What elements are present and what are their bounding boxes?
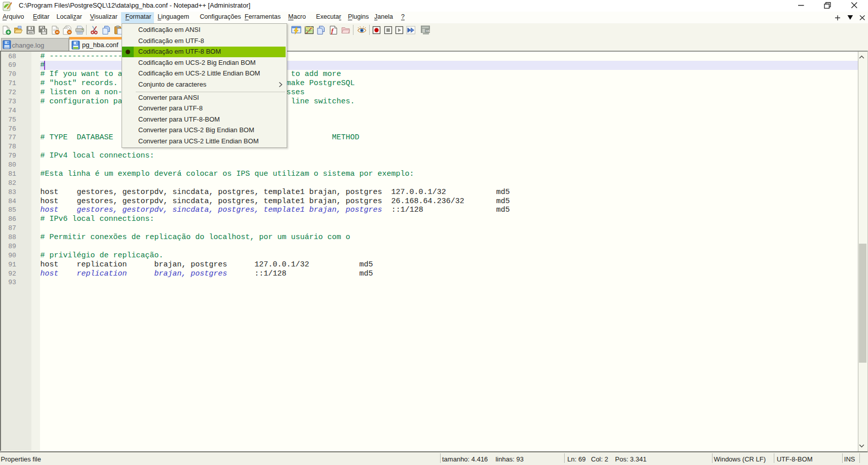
svg-text:UC: UC bbox=[426, 29, 430, 32]
